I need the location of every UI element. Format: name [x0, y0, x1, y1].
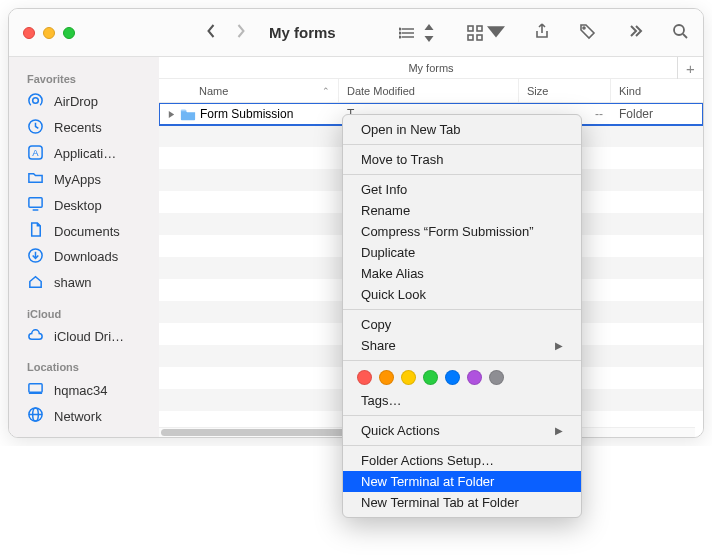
- menu-item-label: Tags…: [361, 393, 401, 408]
- menu-item-make-alias[interactable]: Make Alias: [343, 263, 581, 284]
- network-icon: [27, 406, 44, 426]
- tag-color-dot[interactable]: [489, 370, 504, 385]
- sidebar-item-downloads[interactable]: Downloads: [9, 244, 159, 270]
- sidebar-item-network[interactable]: Network: [9, 403, 159, 429]
- svg-marker-7: [425, 36, 434, 42]
- column-date[interactable]: Date Modified: [339, 79, 519, 102]
- disclosure-triangle-icon[interactable]: [167, 110, 176, 119]
- menu-item-label: Rename: [361, 203, 410, 218]
- toolbar: [399, 22, 689, 44]
- menu-item-move-to-trash[interactable]: Move to Trash: [343, 149, 581, 170]
- menu-item-label: Get Info: [361, 182, 407, 197]
- sidebar-item-applicati-[interactable]: AApplicati…: [9, 141, 159, 167]
- sidebar-item-icloud-dri-[interactable]: iCloud Dri…: [9, 324, 159, 350]
- sidebar-item-label: iCloud Dri…: [54, 329, 124, 344]
- folder-icon: [27, 169, 44, 189]
- menu-separator: [343, 309, 581, 310]
- chevron-right-icon: ▶: [555, 340, 563, 351]
- sidebar-item-desktop[interactable]: Desktop: [9, 192, 159, 218]
- home-icon: [27, 273, 44, 293]
- menu-item-label: Share: [361, 338, 396, 353]
- share-button[interactable]: [533, 22, 551, 44]
- sidebar-item-label: Downloads: [54, 249, 118, 264]
- sidebar-item-airdrop[interactable]: AirDrop: [9, 89, 159, 115]
- svg-rect-23: [29, 384, 42, 393]
- svg-point-13: [583, 27, 585, 29]
- sidebar-item-label: hqmac34: [54, 383, 107, 398]
- sidebar-item-label: Documents: [54, 224, 120, 239]
- svg-rect-20: [29, 198, 42, 207]
- view-list-button[interactable]: [399, 24, 438, 42]
- svg-point-5: [399, 36, 400, 37]
- cloud-icon: [27, 327, 44, 347]
- menu-item-label: Copy: [361, 317, 391, 332]
- menu-item-label: Compress “Form Submission”: [361, 224, 534, 239]
- nav-arrows: [205, 22, 247, 44]
- menu-item-label: Quick Actions: [361, 423, 440, 438]
- svg-point-14: [674, 25, 684, 35]
- add-tab-button[interactable]: +: [677, 57, 703, 79]
- tag-color-row: [343, 365, 581, 390]
- group-button[interactable]: [466, 24, 505, 42]
- sidebar: FavoritesAirDropRecentsAApplicati…MyApps…: [9, 57, 159, 437]
- file-name: Form Submission: [200, 107, 293, 121]
- tags-button[interactable]: [579, 22, 597, 44]
- sidebar-item-shawn[interactable]: shawn: [9, 270, 159, 296]
- tag-color-dot[interactable]: [401, 370, 416, 385]
- sidebar-item-documents[interactable]: Documents: [9, 218, 159, 244]
- tag-color-dot[interactable]: [445, 370, 460, 385]
- menu-item-get-info[interactable]: Get Info: [343, 179, 581, 200]
- menu-item-label: Duplicate: [361, 245, 415, 260]
- menu-item-label: Quick Look: [361, 287, 426, 302]
- search-button[interactable]: [671, 22, 689, 44]
- svg-text:A: A: [32, 147, 39, 158]
- document-icon: [27, 221, 44, 241]
- traffic-lights: [23, 27, 75, 39]
- menu-item-open-in-new-tab[interactable]: Open in New Tab: [343, 119, 581, 140]
- svg-rect-9: [477, 26, 482, 31]
- sidebar-item-recents[interactable]: Recents: [9, 115, 159, 141]
- sidebar-item-label: shawn: [54, 275, 92, 290]
- column-kind[interactable]: Kind: [611, 79, 703, 102]
- tag-color-dot[interactable]: [357, 370, 372, 385]
- menu-item-duplicate[interactable]: Duplicate: [343, 242, 581, 263]
- column-name[interactable]: Name⌃: [159, 79, 339, 102]
- menu-item-quick-look[interactable]: Quick Look: [343, 284, 581, 305]
- more-button[interactable]: [625, 22, 643, 44]
- menu-item-copy[interactable]: Copy: [343, 314, 581, 335]
- folder-icon: [180, 107, 196, 121]
- zoom-icon[interactable]: [63, 27, 75, 39]
- tag-color-dot[interactable]: [467, 370, 482, 385]
- tag-color-dot[interactable]: [379, 370, 394, 385]
- menu-separator: [343, 174, 581, 175]
- menu-item-label: Move to Trash: [361, 152, 443, 167]
- svg-rect-10: [468, 35, 473, 40]
- menu-item-compress-form-submission[interactable]: Compress “Form Submission”: [343, 221, 581, 242]
- svg-marker-28: [169, 110, 174, 117]
- close-icon[interactable]: [23, 27, 35, 39]
- menu-item-rename[interactable]: Rename: [343, 200, 581, 221]
- minimize-icon[interactable]: [43, 27, 55, 39]
- forward-button[interactable]: [234, 22, 247, 44]
- window-title: My forms: [269, 24, 336, 41]
- downloads-icon: [27, 247, 44, 267]
- menu-separator: [343, 360, 581, 361]
- menu-separator: [343, 144, 581, 145]
- sidebar-item-myapps[interactable]: MyApps: [9, 167, 159, 193]
- back-button[interactable]: [205, 22, 218, 44]
- sidebar-item-hqmac34[interactable]: hqmac34: [9, 377, 159, 403]
- svg-marker-6: [425, 24, 434, 30]
- svg-marker-12: [487, 26, 505, 37]
- column-size[interactable]: Size: [519, 79, 611, 102]
- sidebar-item-label: MyApps: [54, 172, 101, 187]
- sidebar-item-label: Applicati…: [54, 146, 116, 161]
- menu-item-label: Open in New Tab: [361, 122, 461, 137]
- cell-kind: Folder: [611, 107, 703, 121]
- path-bar: My forms +: [159, 57, 703, 79]
- sidebar-item-label: Recents: [54, 120, 102, 135]
- menu-item-share[interactable]: Share▶: [343, 335, 581, 356]
- menu-item-tags[interactable]: Tags…: [343, 390, 581, 411]
- menu-item-quick-actions[interactable]: Quick Actions▶: [343, 420, 581, 441]
- column-headers: Name⌃ Date Modified Size Kind: [159, 79, 703, 103]
- tag-color-dot[interactable]: [423, 370, 438, 385]
